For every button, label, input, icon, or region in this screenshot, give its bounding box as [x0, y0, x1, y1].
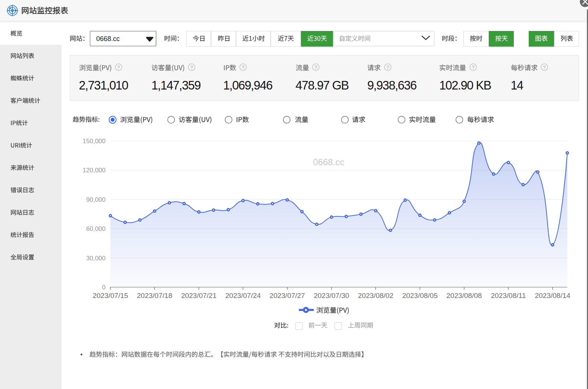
svg-text:2023/08/05: 2023/08/05 [402, 292, 438, 299]
svg-text:2023/07/18: 2023/07/18 [137, 292, 172, 299]
svg-text:60,000: 60,000 [86, 225, 106, 232]
svg-text:0: 0 [102, 284, 106, 291]
svg-text:90,000: 90,000 [86, 196, 106, 203]
svg-text:2023/07/21: 2023/07/21 [181, 292, 217, 299]
svg-text:2023/08/08: 2023/08/08 [446, 292, 482, 299]
svg-text:?: ? [117, 65, 120, 70]
svg-text:150,000: 150,000 [83, 138, 106, 145]
svg-text:2023/07/27: 2023/07/27 [270, 292, 305, 299]
svg-text:?: ? [543, 65, 546, 70]
svg-text:0668.cc: 0668.cc [313, 157, 345, 167]
svg-text:2023/07/24: 2023/07/24 [225, 292, 261, 299]
svg-text:?: ? [190, 65, 193, 70]
svg-text:30,000: 30,000 [86, 255, 106, 262]
svg-text:2023/08/02: 2023/08/02 [358, 292, 393, 299]
svg-text:?: ? [242, 65, 245, 70]
svg-text:2023/07/30: 2023/07/30 [314, 292, 349, 299]
svg-text:?: ? [472, 65, 475, 70]
svg-text:2023/07/15: 2023/07/15 [92, 292, 128, 299]
svg-text:2023/08/14: 2023/08/14 [535, 292, 570, 299]
svg-text:?: ? [386, 65, 389, 70]
svg-text:?: ? [314, 65, 317, 70]
svg-text:2023/08/11: 2023/08/11 [491, 292, 526, 299]
svg-text:120,000: 120,000 [83, 167, 106, 174]
